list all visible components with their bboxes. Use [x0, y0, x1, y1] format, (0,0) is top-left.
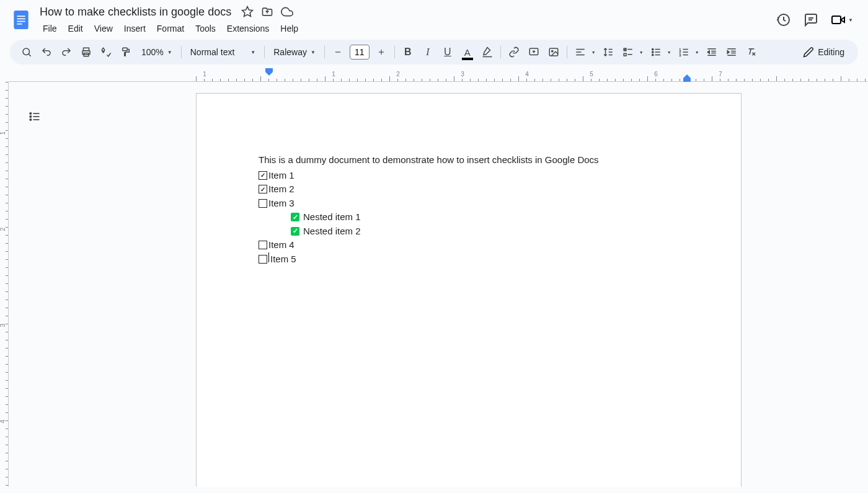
- checklist-item-text[interactable]: Item 1: [268, 169, 294, 183]
- ruler-tick: [236, 79, 237, 81]
- menu-insert[interactable]: Insert: [118, 21, 151, 36]
- svg-point-62: [30, 113, 32, 115]
- ruler-tick: [865, 79, 866, 81]
- menu-format[interactable]: Format: [151, 21, 190, 36]
- bold-icon[interactable]: B: [399, 43, 417, 61]
- ruler-tick: [260, 76, 261, 81]
- checklist-item[interactable]: Item 1: [259, 169, 679, 183]
- vruler-tick: [6, 364, 8, 365]
- vruler-tick: [6, 154, 8, 155]
- chevron-down-icon[interactable]: ▼: [693, 50, 701, 55]
- font-dropdown[interactable]: Raleway▼: [268, 45, 321, 60]
- menu-edit[interactable]: Edit: [63, 21, 89, 36]
- checklist-item[interactable]: Nested item 2: [291, 224, 679, 239]
- vruler-tick: [6, 332, 8, 332]
- add-comment-icon[interactable]: [525, 43, 543, 61]
- video-call-button[interactable]: ▼: [831, 12, 853, 27]
- increase-indent-icon[interactable]: [722, 43, 741, 61]
- insert-image-icon[interactable]: [544, 43, 563, 61]
- checklist-item[interactable]: Nested item 1: [291, 210, 679, 224]
- left-indent-marker[interactable]: [265, 68, 273, 77]
- editing-mode-button[interactable]: Editing: [797, 44, 851, 60]
- ruler-number: 5: [590, 71, 593, 78]
- vruler-tick: [6, 227, 8, 228]
- comments-icon[interactable]: [804, 12, 818, 27]
- checkbox-checked-icon[interactable]: [291, 227, 299, 236]
- docs-logo-icon[interactable]: [10, 5, 32, 35]
- right-indent-marker[interactable]: [683, 74, 691, 83]
- highlight-icon[interactable]: [478, 43, 497, 61]
- bullet-list-icon[interactable]: [647, 43, 665, 61]
- chevron-down-icon[interactable]: ▼: [637, 50, 645, 55]
- checkbox-checked-icon[interactable]: [291, 213, 299, 221]
- checklist-item-text[interactable]: Item 2: [268, 182, 294, 197]
- styles-dropdown[interactable]: Normal text▼: [185, 45, 261, 60]
- checklist-icon[interactable]: [619, 43, 637, 61]
- horizontal-ruler[interactable]: 1 1 2 3 4 5 6 7: [9, 69, 868, 82]
- vruler-tick: [6, 187, 8, 187]
- vertical-ruler[interactable]: 12345: [0, 82, 9, 487]
- checklist-item[interactable]: Item 4: [259, 238, 679, 252]
- underline-icon[interactable]: U: [438, 43, 457, 61]
- checkbox-unchecked-icon[interactable]: [259, 199, 267, 208]
- checkbox-unchecked-icon[interactable]: [259, 255, 267, 264]
- paint-format-icon[interactable]: [117, 43, 135, 61]
- undo-icon[interactable]: [37, 43, 56, 61]
- numbered-list-icon[interactable]: 123: [675, 43, 693, 61]
- ruler-tick: [462, 79, 463, 81]
- increase-font-icon[interactable]: [372, 43, 391, 61]
- redo-icon[interactable]: [57, 43, 76, 61]
- ruler-tick: [639, 79, 640, 81]
- checklist-item-text[interactable]: Item 5: [270, 252, 296, 267]
- search-menus-icon[interactable]: [17, 43, 36, 61]
- history-icon[interactable]: [776, 12, 791, 27]
- italic-icon[interactable]: I: [418, 43, 437, 61]
- menu-help[interactable]: Help: [275, 21, 304, 36]
- zoom-dropdown[interactable]: 100%▼: [136, 45, 177, 60]
- chevron-down-icon[interactable]: ▼: [590, 50, 598, 55]
- ruler-tick: [583, 76, 583, 81]
- star-icon[interactable]: [241, 6, 254, 18]
- spellcheck-icon[interactable]: [97, 43, 115, 61]
- text-color-icon[interactable]: A: [458, 43, 477, 61]
- checklist-item[interactable]: Item 3: [259, 197, 679, 211]
- menu-extensions[interactable]: Extensions: [221, 21, 275, 36]
- checklist-item-text[interactable]: Nested item 1: [303, 210, 361, 224]
- separator: [264, 46, 265, 58]
- clear-formatting-icon[interactable]: [742, 43, 761, 61]
- zoom-value: 100%: [141, 47, 164, 57]
- intro-text[interactable]: This is a dummy document to demonstrate …: [259, 153, 679, 167]
- checkbox-checked-icon[interactable]: [259, 171, 267, 180]
- checklist-item-text[interactable]: Nested item 2: [303, 224, 361, 239]
- menu-view[interactable]: View: [89, 21, 118, 36]
- separator: [500, 46, 501, 58]
- decrease-font-icon[interactable]: [329, 43, 347, 61]
- svg-rect-16: [123, 48, 128, 51]
- font-size-input[interactable]: [350, 45, 370, 60]
- chevron-down-icon[interactable]: ▼: [665, 50, 673, 55]
- menu-tools[interactable]: Tools: [190, 21, 221, 36]
- ruler-tick: [760, 79, 761, 81]
- print-icon[interactable]: [77, 43, 95, 61]
- ruler-tick: [542, 79, 543, 81]
- checklist-item-text[interactable]: Item 4: [268, 238, 294, 252]
- outline-toggle-icon[interactable]: [25, 107, 45, 127]
- document-scroll[interactable]: This is a dummy document to demonstrate …: [9, 82, 868, 487]
- page-content[interactable]: This is a dummy document to demonstrate …: [259, 153, 679, 266]
- align-icon[interactable]: [571, 43, 590, 61]
- insert-link-icon[interactable]: [505, 43, 523, 61]
- document-title[interactable]: How to make checklists in google docs: [37, 4, 234, 20]
- move-to-folder-icon[interactable]: [261, 6, 273, 18]
- decrease-indent-icon[interactable]: [702, 43, 721, 61]
- checkbox-checked-icon[interactable]: [259, 185, 267, 193]
- checklist-item[interactable]: Item 2: [259, 182, 679, 197]
- ruler-tick: [526, 79, 527, 81]
- line-spacing-icon[interactable]: [599, 43, 618, 61]
- document-page[interactable]: This is a dummy document to demonstrate …: [196, 93, 742, 487]
- checklist-item[interactable]: Item 5: [259, 252, 679, 267]
- svg-text:3: 3: [679, 53, 681, 57]
- menu-file[interactable]: File: [37, 21, 63, 36]
- cloud-status-icon[interactable]: [281, 6, 293, 18]
- checklist-item-text[interactable]: Item 3: [268, 197, 294, 211]
- checkbox-unchecked-icon[interactable]: [259, 241, 267, 249]
